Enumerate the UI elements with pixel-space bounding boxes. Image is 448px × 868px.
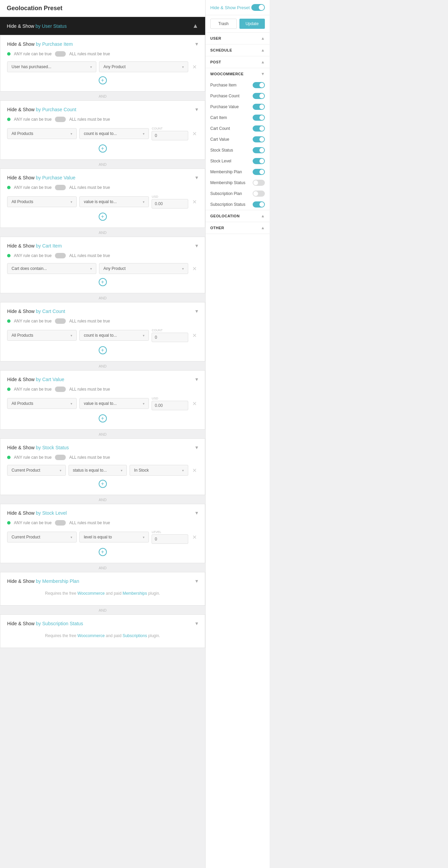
sidebar-section-other-header[interactable]: OTHER ▲ — [206, 222, 270, 234]
purchase-count-select1[interactable]: All Products ▾ — [7, 128, 77, 139]
and-divider-3: AND — [0, 229, 205, 237]
stock-status-plus[interactable]: + — [99, 480, 107, 488]
purchase-item-remove[interactable]: ✕ — [191, 62, 198, 72]
toggle-cart-value[interactable] — [253, 136, 265, 142]
other-section-chevron: ▲ — [261, 225, 265, 230]
purchase-count-input[interactable]: 0 — [152, 131, 188, 140]
purchase-value-chevron[interactable]: ▾ — [195, 174, 198, 181]
and-divider-9: AND — [0, 606, 205, 614]
toggle-purchase-value[interactable] — [253, 104, 265, 110]
woocommerce-link-subscription[interactable]: Woocommerce — [77, 633, 104, 638]
sidebar-section-geolocation-header[interactable]: GEOLOCATION ▲ — [206, 210, 270, 222]
user-status-chevron[interactable]: ▲ — [192, 22, 198, 29]
update-button[interactable]: Update — [239, 19, 265, 29]
and-divider-2: AND — [0, 160, 205, 169]
sections-container: Hide & Show by Purchase Item ▾ ANY rule … — [0, 35, 205, 655]
cart-item-toggle[interactable] — [55, 253, 66, 258]
cart-value-chevron[interactable]: ▾ — [195, 376, 198, 382]
stock-status-chevron[interactable]: ▾ — [195, 444, 198, 451]
cart-count-chevron[interactable]: ▾ — [195, 308, 198, 314]
toggle-membership-status[interactable] — [253, 180, 265, 186]
stock-status-toggle[interactable] — [55, 455, 66, 460]
toggle-purchase-item[interactable] — [253, 82, 265, 88]
purchase-value-plus[interactable]: + — [99, 213, 107, 221]
sidebar-item-subscription-plan: Subscription Plan — [206, 188, 270, 199]
sidebar-section-user-header[interactable]: USER ▲ — [206, 33, 270, 44]
stock-level-remove[interactable]: ✕ — [191, 533, 198, 542]
stock-level-toggle[interactable] — [55, 520, 66, 526]
cart-item-remove[interactable]: ✕ — [191, 264, 198, 273]
purchase-count-add: + — [7, 144, 198, 153]
stock-level-input[interactable]: 0 — [152, 534, 188, 544]
purchase-value-toggle-row: ANY rule can be true ALL rules must be t… — [7, 185, 198, 190]
purchase-item-plus[interactable]: + — [99, 76, 107, 84]
purchase-count-section: Hide & Show by Purchase Count ▾ ANY rule… — [0, 100, 205, 160]
sidebar-main-toggle[interactable] — [251, 4, 265, 11]
stock-level-chevron[interactable]: ▾ — [195, 510, 198, 516]
toggle-cart-count[interactable] — [253, 125, 265, 132]
trash-button[interactable]: Trash — [210, 19, 237, 29]
sidebar-section-post: POST ▲ — [206, 56, 270, 68]
purchase-count-plus[interactable]: + — [99, 144, 107, 153]
stock-level-select1[interactable]: Current Product ▾ — [7, 532, 77, 542]
purchase-item-toggle[interactable] — [55, 51, 66, 57]
cart-value-select1[interactable]: All Products ▾ — [7, 398, 77, 409]
cart-item-select2[interactable]: Any Product ▾ — [99, 263, 188, 274]
toggle-membership-plan[interactable] — [253, 169, 265, 175]
membership-plan-section: Hide & Show by Membership Plan ▾ Require… — [0, 572, 205, 606]
stock-status-select2[interactable]: status is equal to... ▾ — [69, 465, 127, 476]
purchase-value-input[interactable]: 0.00 — [152, 199, 188, 209]
purchase-item-chevron[interactable]: ▾ — [195, 41, 198, 47]
woocommerce-link-membership[interactable]: Woocommerce — [77, 591, 104, 596]
purchase-count-toggle[interactable] — [55, 117, 66, 122]
stock-status-select3[interactable]: In Stock ▾ — [130, 465, 188, 476]
cart-value-plus[interactable]: + — [99, 414, 107, 422]
sidebar-section-post-header[interactable]: POST ▲ — [206, 56, 270, 68]
toggle-cart-item[interactable] — [253, 115, 265, 121]
purchase-value-toggle[interactable] — [55, 185, 66, 190]
sidebar-section-woocommerce-header[interactable]: WOOCOMMERCE ▼ — [206, 68, 270, 80]
sidebar-item-purchase-value: Purchase Value — [206, 101, 270, 112]
stock-status-remove[interactable]: ✕ — [191, 466, 198, 475]
user-status-bar: Hide & Show by User Status ▲ — [0, 17, 205, 35]
purchase-item-select1[interactable]: User has purchased... ▾ — [7, 61, 96, 72]
subscription-status-chevron[interactable]: ▾ — [195, 620, 198, 627]
memberships-link[interactable]: Memberships — [122, 591, 147, 596]
cart-count-input[interactable]: 0 — [152, 333, 188, 342]
cart-count-plus[interactable]: + — [99, 346, 107, 354]
purchase-count-select2[interactable]: count is equal to... ▾ — [79, 128, 149, 139]
cart-item-chevron[interactable]: ▾ — [195, 242, 198, 249]
purchase-item-dot — [7, 52, 11, 56]
purchase-count-remove[interactable]: ✕ — [191, 129, 198, 138]
cart-value-input[interactable]: 0.00 — [152, 401, 188, 410]
purchase-count-chevron[interactable]: ▾ — [195, 106, 198, 113]
purchase-value-select1[interactable]: All Products ▾ — [7, 196, 77, 207]
cart-value-select2[interactable]: value is equal to... ▾ — [79, 398, 149, 409]
stock-status-select1[interactable]: Current Product ▾ — [7, 465, 66, 476]
purchase-item-select2[interactable]: Any Product ▾ — [99, 61, 188, 72]
cart-count-remove[interactable]: ✕ — [191, 331, 198, 340]
membership-plan-chevron[interactable]: ▾ — [195, 578, 198, 584]
cart-value-remove[interactable]: ✕ — [191, 399, 198, 408]
cart-value-section: Hide & Show by Cart Value ▾ ANY rule can… — [0, 370, 205, 430]
cart-count-toggle[interactable] — [55, 318, 66, 324]
purchase-value-remove[interactable]: ✕ — [191, 197, 198, 206]
cart-count-inputs: All Products ▾ count is equal to... ▾ CO… — [7, 329, 198, 342]
cart-count-select2[interactable]: count is equal to... ▾ — [79, 330, 149, 341]
sidebar-section-schedule-header[interactable]: SCHEDULE ▲ — [206, 44, 270, 56]
cart-count-select1[interactable]: All Products ▾ — [7, 330, 77, 341]
purchase-value-select2[interactable]: value is equal to... ▾ — [79, 196, 149, 207]
toggle-purchase-count[interactable] — [253, 93, 265, 99]
stock-level-select2[interactable]: level is equal to ▾ — [79, 532, 149, 542]
stock-level-plus[interactable]: + — [99, 548, 107, 556]
cart-value-toggle[interactable] — [55, 387, 66, 392]
toggle-subscription-status[interactable] — [253, 201, 265, 208]
toggle-stock-level[interactable] — [253, 158, 265, 164]
purchase-value-title: Hide & Show by Purchase Value — [7, 175, 75, 180]
subscriptions-link[interactable]: Subscriptions — [122, 633, 147, 638]
toggle-stock-status[interactable] — [253, 147, 265, 153]
toggle-subscription-plan[interactable] — [253, 191, 265, 197]
cart-item-plus[interactable]: + — [99, 278, 107, 286]
and-divider-4: AND — [0, 294, 205, 302]
cart-item-select1[interactable]: Cart does contain... ▾ — [7, 263, 96, 274]
